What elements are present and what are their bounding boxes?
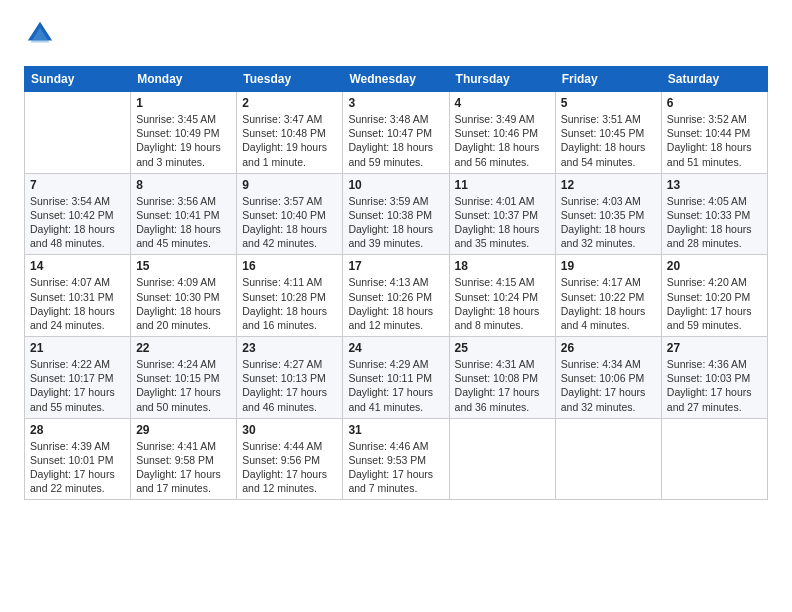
calendar-cell: 7Sunrise: 3:54 AM Sunset: 10:42 PM Dayli… bbox=[25, 173, 131, 255]
day-number: 16 bbox=[242, 259, 337, 273]
day-number: 12 bbox=[561, 178, 656, 192]
day-info: Sunrise: 4:44 AM Sunset: 9:56 PM Dayligh… bbox=[242, 439, 337, 496]
day-info: Sunrise: 4:41 AM Sunset: 9:58 PM Dayligh… bbox=[136, 439, 231, 496]
day-info: Sunrise: 4:05 AM Sunset: 10:33 PM Daylig… bbox=[667, 194, 762, 251]
day-number: 22 bbox=[136, 341, 231, 355]
calendar-week-row: 7Sunrise: 3:54 AM Sunset: 10:42 PM Dayli… bbox=[25, 173, 768, 255]
day-info: Sunrise: 4:09 AM Sunset: 10:30 PM Daylig… bbox=[136, 275, 231, 332]
day-number: 6 bbox=[667, 96, 762, 110]
day-info: Sunrise: 4:07 AM Sunset: 10:31 PM Daylig… bbox=[30, 275, 125, 332]
calendar-cell bbox=[661, 418, 767, 500]
calendar-cell: 29Sunrise: 4:41 AM Sunset: 9:58 PM Dayli… bbox=[131, 418, 237, 500]
calendar-cell: 4Sunrise: 3:49 AM Sunset: 10:46 PM Dayli… bbox=[449, 92, 555, 174]
day-number: 13 bbox=[667, 178, 762, 192]
day-info: Sunrise: 3:47 AM Sunset: 10:48 PM Daylig… bbox=[242, 112, 337, 169]
day-number: 29 bbox=[136, 423, 231, 437]
day-info: Sunrise: 4:13 AM Sunset: 10:26 PM Daylig… bbox=[348, 275, 443, 332]
day-info: Sunrise: 3:48 AM Sunset: 10:47 PM Daylig… bbox=[348, 112, 443, 169]
weekday-header: Friday bbox=[555, 67, 661, 92]
day-number: 11 bbox=[455, 178, 550, 192]
day-info: Sunrise: 4:31 AM Sunset: 10:08 PM Daylig… bbox=[455, 357, 550, 414]
day-info: Sunrise: 4:34 AM Sunset: 10:06 PM Daylig… bbox=[561, 357, 656, 414]
day-info: Sunrise: 4:29 AM Sunset: 10:11 PM Daylig… bbox=[348, 357, 443, 414]
calendar-cell: 6Sunrise: 3:52 AM Sunset: 10:44 PM Dayli… bbox=[661, 92, 767, 174]
day-number: 15 bbox=[136, 259, 231, 273]
calendar-week-row: 14Sunrise: 4:07 AM Sunset: 10:31 PM Dayl… bbox=[25, 255, 768, 337]
weekday-header: Wednesday bbox=[343, 67, 449, 92]
day-info: Sunrise: 4:36 AM Sunset: 10:03 PM Daylig… bbox=[667, 357, 762, 414]
day-number: 23 bbox=[242, 341, 337, 355]
day-info: Sunrise: 3:49 AM Sunset: 10:46 PM Daylig… bbox=[455, 112, 550, 169]
page: SundayMondayTuesdayWednesdayThursdayFrid… bbox=[0, 0, 792, 516]
calendar-cell: 17Sunrise: 4:13 AM Sunset: 10:26 PM Dayl… bbox=[343, 255, 449, 337]
day-number: 27 bbox=[667, 341, 762, 355]
calendar-cell: 14Sunrise: 4:07 AM Sunset: 10:31 PM Dayl… bbox=[25, 255, 131, 337]
calendar-cell: 11Sunrise: 4:01 AM Sunset: 10:37 PM Dayl… bbox=[449, 173, 555, 255]
day-info: Sunrise: 4:01 AM Sunset: 10:37 PM Daylig… bbox=[455, 194, 550, 251]
calendar-cell: 12Sunrise: 4:03 AM Sunset: 10:35 PM Dayl… bbox=[555, 173, 661, 255]
day-number: 30 bbox=[242, 423, 337, 437]
day-info: Sunrise: 4:15 AM Sunset: 10:24 PM Daylig… bbox=[455, 275, 550, 332]
day-number: 3 bbox=[348, 96, 443, 110]
weekday-header: Saturday bbox=[661, 67, 767, 92]
day-info: Sunrise: 4:20 AM Sunset: 10:20 PM Daylig… bbox=[667, 275, 762, 332]
day-info: Sunrise: 3:59 AM Sunset: 10:38 PM Daylig… bbox=[348, 194, 443, 251]
weekday-header: Thursday bbox=[449, 67, 555, 92]
calendar-week-row: 1Sunrise: 3:45 AM Sunset: 10:49 PM Dayli… bbox=[25, 92, 768, 174]
calendar-week-row: 21Sunrise: 4:22 AM Sunset: 10:17 PM Dayl… bbox=[25, 337, 768, 419]
calendar-cell: 8Sunrise: 3:56 AM Sunset: 10:41 PM Dayli… bbox=[131, 173, 237, 255]
calendar-cell: 31Sunrise: 4:46 AM Sunset: 9:53 PM Dayli… bbox=[343, 418, 449, 500]
calendar-cell: 21Sunrise: 4:22 AM Sunset: 10:17 PM Dayl… bbox=[25, 337, 131, 419]
day-number: 19 bbox=[561, 259, 656, 273]
calendar-cell: 27Sunrise: 4:36 AM Sunset: 10:03 PM Dayl… bbox=[661, 337, 767, 419]
calendar-cell: 13Sunrise: 4:05 AM Sunset: 10:33 PM Dayl… bbox=[661, 173, 767, 255]
calendar-week-row: 28Sunrise: 4:39 AM Sunset: 10:01 PM Dayl… bbox=[25, 418, 768, 500]
day-number: 21 bbox=[30, 341, 125, 355]
calendar-cell: 3Sunrise: 3:48 AM Sunset: 10:47 PM Dayli… bbox=[343, 92, 449, 174]
calendar-cell: 24Sunrise: 4:29 AM Sunset: 10:11 PM Dayl… bbox=[343, 337, 449, 419]
calendar-cell bbox=[555, 418, 661, 500]
day-number: 14 bbox=[30, 259, 125, 273]
calendar-cell: 2Sunrise: 3:47 AM Sunset: 10:48 PM Dayli… bbox=[237, 92, 343, 174]
calendar-cell: 19Sunrise: 4:17 AM Sunset: 10:22 PM Dayl… bbox=[555, 255, 661, 337]
calendar-cell: 16Sunrise: 4:11 AM Sunset: 10:28 PM Dayl… bbox=[237, 255, 343, 337]
day-number: 26 bbox=[561, 341, 656, 355]
day-info: Sunrise: 4:27 AM Sunset: 10:13 PM Daylig… bbox=[242, 357, 337, 414]
calendar-cell: 25Sunrise: 4:31 AM Sunset: 10:08 PM Dayl… bbox=[449, 337, 555, 419]
day-number: 17 bbox=[348, 259, 443, 273]
day-info: Sunrise: 4:46 AM Sunset: 9:53 PM Dayligh… bbox=[348, 439, 443, 496]
day-info: Sunrise: 4:17 AM Sunset: 10:22 PM Daylig… bbox=[561, 275, 656, 332]
day-info: Sunrise: 3:56 AM Sunset: 10:41 PM Daylig… bbox=[136, 194, 231, 251]
day-number: 8 bbox=[136, 178, 231, 192]
day-number: 7 bbox=[30, 178, 125, 192]
calendar-cell: 15Sunrise: 4:09 AM Sunset: 10:30 PM Dayl… bbox=[131, 255, 237, 337]
calendar-cell: 22Sunrise: 4:24 AM Sunset: 10:15 PM Dayl… bbox=[131, 337, 237, 419]
day-info: Sunrise: 3:57 AM Sunset: 10:40 PM Daylig… bbox=[242, 194, 337, 251]
calendar-cell: 1Sunrise: 3:45 AM Sunset: 10:49 PM Dayli… bbox=[131, 92, 237, 174]
calendar-cell: 18Sunrise: 4:15 AM Sunset: 10:24 PM Dayl… bbox=[449, 255, 555, 337]
day-info: Sunrise: 3:45 AM Sunset: 10:49 PM Daylig… bbox=[136, 112, 231, 169]
day-number: 5 bbox=[561, 96, 656, 110]
day-number: 25 bbox=[455, 341, 550, 355]
day-number: 18 bbox=[455, 259, 550, 273]
day-info: Sunrise: 4:39 AM Sunset: 10:01 PM Daylig… bbox=[30, 439, 125, 496]
day-number: 1 bbox=[136, 96, 231, 110]
calendar-cell: 28Sunrise: 4:39 AM Sunset: 10:01 PM Dayl… bbox=[25, 418, 131, 500]
day-info: Sunrise: 4:03 AM Sunset: 10:35 PM Daylig… bbox=[561, 194, 656, 251]
calendar-cell: 30Sunrise: 4:44 AM Sunset: 9:56 PM Dayli… bbox=[237, 418, 343, 500]
calendar-cell bbox=[25, 92, 131, 174]
calendar-table: SundayMondayTuesdayWednesdayThursdayFrid… bbox=[24, 66, 768, 500]
calendar-cell: 26Sunrise: 4:34 AM Sunset: 10:06 PM Dayl… bbox=[555, 337, 661, 419]
calendar-cell: 5Sunrise: 3:51 AM Sunset: 10:45 PM Dayli… bbox=[555, 92, 661, 174]
day-info: Sunrise: 4:11 AM Sunset: 10:28 PM Daylig… bbox=[242, 275, 337, 332]
calendar-cell bbox=[449, 418, 555, 500]
day-number: 10 bbox=[348, 178, 443, 192]
day-number: 24 bbox=[348, 341, 443, 355]
weekday-header: Tuesday bbox=[237, 67, 343, 92]
day-number: 4 bbox=[455, 96, 550, 110]
day-info: Sunrise: 4:24 AM Sunset: 10:15 PM Daylig… bbox=[136, 357, 231, 414]
day-number: 20 bbox=[667, 259, 762, 273]
logo bbox=[24, 20, 54, 52]
calendar-cell: 9Sunrise: 3:57 AM Sunset: 10:40 PM Dayli… bbox=[237, 173, 343, 255]
weekday-header: Sunday bbox=[25, 67, 131, 92]
